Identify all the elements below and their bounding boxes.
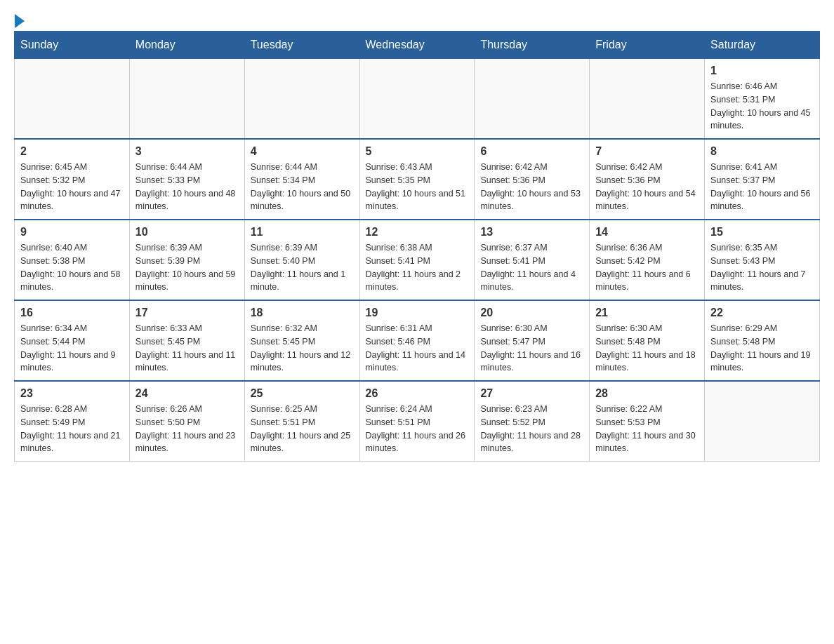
day-info: Sunrise: 6:28 AMSunset: 5:49 PMDaylight:… xyxy=(20,403,124,455)
calendar-cell: 14Sunrise: 6:36 AMSunset: 5:42 PMDayligh… xyxy=(590,220,705,300)
day-info: Sunrise: 6:42 AMSunset: 5:36 PMDaylight:… xyxy=(480,161,583,213)
calendar-cell: 23Sunrise: 6:28 AMSunset: 5:49 PMDayligh… xyxy=(15,381,130,462)
day-number: 21 xyxy=(595,307,699,319)
calendar-cell xyxy=(359,59,475,140)
day-info: Sunrise: 6:37 AMSunset: 5:41 PMDaylight:… xyxy=(480,241,583,294)
day-info: Sunrise: 6:32 AMSunset: 5:45 PMDaylight:… xyxy=(251,322,354,375)
day-info: Sunrise: 6:41 AMSunset: 5:37 PMDaylight:… xyxy=(710,161,814,213)
day-info: Sunrise: 6:25 AMSunset: 5:51 PMDaylight:… xyxy=(251,403,354,455)
day-info: Sunrise: 6:31 AMSunset: 5:46 PMDaylight:… xyxy=(366,322,469,375)
day-number: 1 xyxy=(710,65,814,77)
day-number: 12 xyxy=(366,226,469,239)
calendar-cell: 20Sunrise: 6:30 AMSunset: 5:47 PMDayligh… xyxy=(475,300,590,381)
calendar-cell: 21Sunrise: 6:30 AMSunset: 5:48 PMDayligh… xyxy=(590,300,705,381)
day-number: 22 xyxy=(710,307,814,319)
day-info: Sunrise: 6:30 AMSunset: 5:47 PMDaylight:… xyxy=(480,322,583,375)
calendar-cell xyxy=(129,59,244,140)
calendar-cell: 11Sunrise: 6:39 AMSunset: 5:40 PMDayligh… xyxy=(244,220,359,300)
day-info: Sunrise: 6:42 AMSunset: 5:36 PMDaylight:… xyxy=(595,161,699,213)
day-info: Sunrise: 6:35 AMSunset: 5:43 PMDaylight:… xyxy=(710,241,814,294)
calendar-cell: 22Sunrise: 6:29 AMSunset: 5:48 PMDayligh… xyxy=(705,300,820,381)
day-number: 16 xyxy=(20,307,124,319)
day-info: Sunrise: 6:34 AMSunset: 5:44 PMDaylight:… xyxy=(20,322,124,375)
day-header-thursday: Thursday xyxy=(475,32,590,59)
calendar-header-row: SundayMondayTuesdayWednesdayThursdayFrid… xyxy=(15,32,820,59)
day-number: 18 xyxy=(251,307,354,319)
day-info: Sunrise: 6:39 AMSunset: 5:39 PMDaylight:… xyxy=(135,241,239,294)
day-number: 13 xyxy=(480,226,583,239)
day-number: 23 xyxy=(20,387,124,400)
day-info: Sunrise: 6:33 AMSunset: 5:45 PMDaylight:… xyxy=(135,322,239,375)
day-info: Sunrise: 6:44 AMSunset: 5:33 PMDaylight:… xyxy=(135,161,239,213)
calendar-cell: 6Sunrise: 6:42 AMSunset: 5:36 PMDaylight… xyxy=(475,139,590,220)
day-header-wednesday: Wednesday xyxy=(359,32,475,59)
calendar-cell: 28Sunrise: 6:22 AMSunset: 5:53 PMDayligh… xyxy=(590,381,705,462)
calendar-cell: 5Sunrise: 6:43 AMSunset: 5:35 PMDaylight… xyxy=(359,139,475,220)
day-number: 2 xyxy=(20,145,124,158)
day-number: 5 xyxy=(366,145,469,158)
day-number: 19 xyxy=(366,307,469,319)
calendar-cell: 8Sunrise: 6:41 AMSunset: 5:37 PMDaylight… xyxy=(705,139,820,220)
day-info: Sunrise: 6:46 AMSunset: 5:31 PMDaylight:… xyxy=(710,80,814,133)
day-number: 4 xyxy=(251,145,354,158)
logo-arrow-icon xyxy=(15,14,25,28)
day-info: Sunrise: 6:26 AMSunset: 5:50 PMDaylight:… xyxy=(135,403,239,455)
day-info: Sunrise: 6:40 AMSunset: 5:38 PMDaylight:… xyxy=(20,241,124,294)
day-info: Sunrise: 6:29 AMSunset: 5:48 PMDaylight:… xyxy=(710,322,814,375)
calendar-week-row: 9Sunrise: 6:40 AMSunset: 5:38 PMDaylight… xyxy=(15,220,820,300)
page-header xyxy=(14,14,820,24)
day-number: 10 xyxy=(135,226,239,239)
calendar-week-row: 23Sunrise: 6:28 AMSunset: 5:49 PMDayligh… xyxy=(15,381,820,462)
day-info: Sunrise: 6:39 AMSunset: 5:40 PMDaylight:… xyxy=(251,241,354,294)
day-info: Sunrise: 6:45 AMSunset: 5:32 PMDaylight:… xyxy=(20,161,124,213)
day-number: 27 xyxy=(480,387,583,400)
calendar-cell: 15Sunrise: 6:35 AMSunset: 5:43 PMDayligh… xyxy=(705,220,820,300)
day-header-friday: Friday xyxy=(590,32,705,59)
day-info: Sunrise: 6:24 AMSunset: 5:51 PMDaylight:… xyxy=(366,403,469,455)
calendar-cell xyxy=(590,59,705,140)
day-number: 15 xyxy=(710,226,814,239)
calendar-cell xyxy=(705,381,820,462)
calendar-cell: 10Sunrise: 6:39 AMSunset: 5:39 PMDayligh… xyxy=(129,220,244,300)
day-info: Sunrise: 6:44 AMSunset: 5:34 PMDaylight:… xyxy=(251,161,354,213)
calendar-cell xyxy=(15,59,130,140)
day-number: 24 xyxy=(135,387,239,400)
logo xyxy=(14,14,25,24)
calendar-cell: 13Sunrise: 6:37 AMSunset: 5:41 PMDayligh… xyxy=(475,220,590,300)
calendar-cell: 9Sunrise: 6:40 AMSunset: 5:38 PMDaylight… xyxy=(15,220,130,300)
day-number: 6 xyxy=(480,145,583,158)
day-number: 17 xyxy=(135,307,239,319)
calendar-cell: 24Sunrise: 6:26 AMSunset: 5:50 PMDayligh… xyxy=(129,381,244,462)
calendar-cell: 18Sunrise: 6:32 AMSunset: 5:45 PMDayligh… xyxy=(244,300,359,381)
day-info: Sunrise: 6:36 AMSunset: 5:42 PMDaylight:… xyxy=(595,241,699,294)
day-number: 25 xyxy=(251,387,354,400)
calendar-table: SundayMondayTuesdayWednesdayThursdayFrid… xyxy=(14,31,820,462)
calendar-week-row: 2Sunrise: 6:45 AMSunset: 5:32 PMDaylight… xyxy=(15,139,820,220)
calendar-cell: 16Sunrise: 6:34 AMSunset: 5:44 PMDayligh… xyxy=(15,300,130,381)
calendar-cell: 2Sunrise: 6:45 AMSunset: 5:32 PMDaylight… xyxy=(15,139,130,220)
calendar-cell: 26Sunrise: 6:24 AMSunset: 5:51 PMDayligh… xyxy=(359,381,475,462)
calendar-week-row: 1Sunrise: 6:46 AMSunset: 5:31 PMDaylight… xyxy=(15,59,820,140)
calendar-cell: 12Sunrise: 6:38 AMSunset: 5:41 PMDayligh… xyxy=(359,220,475,300)
calendar-cell: 4Sunrise: 6:44 AMSunset: 5:34 PMDaylight… xyxy=(244,139,359,220)
day-info: Sunrise: 6:30 AMSunset: 5:48 PMDaylight:… xyxy=(595,322,699,375)
day-number: 7 xyxy=(595,145,699,158)
day-number: 8 xyxy=(710,145,814,158)
day-number: 20 xyxy=(480,307,583,319)
day-number: 9 xyxy=(20,226,124,239)
calendar-cell xyxy=(244,59,359,140)
calendar-cell: 17Sunrise: 6:33 AMSunset: 5:45 PMDayligh… xyxy=(129,300,244,381)
calendar-cell: 3Sunrise: 6:44 AMSunset: 5:33 PMDaylight… xyxy=(129,139,244,220)
calendar-cell: 1Sunrise: 6:46 AMSunset: 5:31 PMDaylight… xyxy=(705,59,820,140)
day-info: Sunrise: 6:38 AMSunset: 5:41 PMDaylight:… xyxy=(366,241,469,294)
day-header-saturday: Saturday xyxy=(705,32,820,59)
day-header-monday: Monday xyxy=(129,32,244,59)
day-number: 3 xyxy=(135,145,239,158)
day-info: Sunrise: 6:43 AMSunset: 5:35 PMDaylight:… xyxy=(366,161,469,213)
calendar-cell: 27Sunrise: 6:23 AMSunset: 5:52 PMDayligh… xyxy=(475,381,590,462)
day-number: 28 xyxy=(595,387,699,400)
day-info: Sunrise: 6:23 AMSunset: 5:52 PMDaylight:… xyxy=(480,403,583,455)
day-number: 11 xyxy=(251,226,354,239)
calendar-week-row: 16Sunrise: 6:34 AMSunset: 5:44 PMDayligh… xyxy=(15,300,820,381)
day-info: Sunrise: 6:22 AMSunset: 5:53 PMDaylight:… xyxy=(595,403,699,455)
